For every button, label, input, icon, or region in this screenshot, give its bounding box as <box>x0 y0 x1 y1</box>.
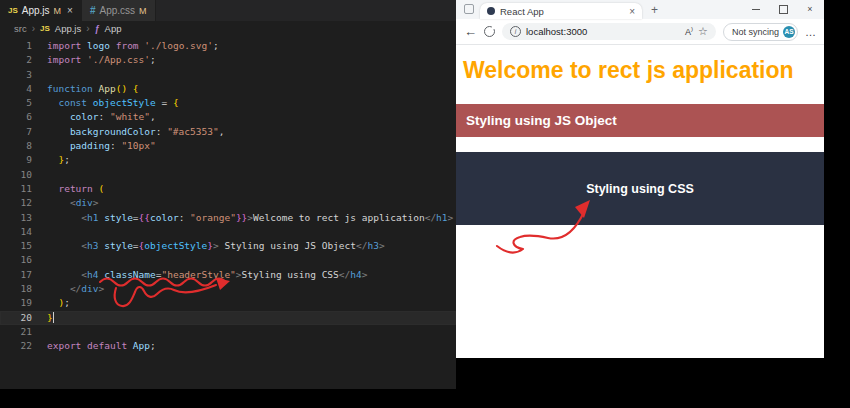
sync-status-button[interactable]: Not syncing AS <box>723 23 798 41</box>
code-editor[interactable]: 1import logo from './logo.svg';2import '… <box>0 36 456 354</box>
window-controls: × <box>750 2 816 16</box>
line-number: 18 <box>0 282 47 296</box>
browser-tab-bar: React App × + × <box>456 0 824 19</box>
code-line[interactable]: 13 <h1 style={{color: "orange"}}>Welcome… <box>0 211 456 225</box>
text-cursor <box>53 312 54 323</box>
favorites-star-icon[interactable]: ☆ <box>698 26 708 37</box>
page-h3: Styling using JS Object <box>456 104 824 137</box>
tab-label: App.css <box>100 5 136 16</box>
code-line[interactable]: 11 return ( <box>0 182 456 196</box>
browser-window: React App × + × ← i localhost:3000 A) ☆ … <box>456 0 824 358</box>
browser-tab-title: React App <box>500 6 624 17</box>
tab-app-js[interactable]: JS App.js M × <box>0 0 82 21</box>
css-file-icon: # <box>90 5 96 16</box>
settings-menu-icon[interactable]: … <box>805 26 816 38</box>
react-favicon <box>487 7 495 15</box>
line-number: 4 <box>0 82 47 96</box>
url-text[interactable]: localhost:3000 <box>526 26 680 37</box>
code-line[interactable]: 15 <h3 style={objectStyle}> Styling usin… <box>0 239 456 253</box>
line-number: 10 <box>0 168 47 182</box>
line-number: 19 <box>0 296 47 310</box>
new-tab-button[interactable]: + <box>651 3 658 17</box>
code-line[interactable]: 9 }; <box>0 153 456 167</box>
line-number: 20 <box>0 311 47 325</box>
code-line[interactable]: 21 <box>0 325 456 339</box>
address-bar[interactable]: i localhost:3000 A) ☆ <box>502 23 716 40</box>
code-line[interactable]: 4function App() { <box>0 82 456 96</box>
profile-avatar[interactable]: AS <box>783 26 795 38</box>
code-line[interactable]: 22export default App; <box>0 339 456 353</box>
line-number: 9 <box>0 153 47 167</box>
tab-app-css[interactable]: # App.css M <box>82 0 156 21</box>
minimize-button[interactable] <box>750 3 762 16</box>
line-number: 5 <box>0 96 47 110</box>
code-line[interactable]: 16 <box>0 253 456 267</box>
page-h4-block: Styling using CSS <box>456 152 824 225</box>
close-tab-icon[interactable]: × <box>67 5 73 16</box>
breadcrumb-file[interactable]: App.js <box>55 23 81 34</box>
code-line[interactable]: 20} <box>0 311 456 325</box>
line-number: 13 <box>0 211 47 225</box>
line-number: 15 <box>0 239 47 253</box>
line-number: 12 <box>0 196 47 210</box>
read-aloud-sup: ) <box>691 26 693 32</box>
line-number: 21 <box>0 325 47 339</box>
tab-actions-icon[interactable] <box>464 4 474 14</box>
code-line[interactable]: 17 <h4 className="headerStyle">Styling u… <box>0 268 456 282</box>
close-tab-icon[interactable]: × <box>629 6 635 17</box>
code-line[interactable]: 7 backgroundColor: "#ac5353", <box>0 125 456 139</box>
javascript-file-icon: JS <box>40 24 50 33</box>
code-line[interactable]: 19 ); <box>0 296 456 310</box>
line-number: 16 <box>0 253 47 267</box>
browser-tab[interactable]: React App × <box>480 3 642 19</box>
line-number: 11 <box>0 182 47 196</box>
code-line[interactable]: 5 const objectStyle = { <box>0 96 456 110</box>
line-number: 6 <box>0 110 47 124</box>
code-line[interactable]: 6 color: "white", <box>0 110 456 124</box>
line-number: 22 <box>0 339 47 353</box>
web-page: Welcome to rect js application Styling u… <box>456 45 824 358</box>
vscode-window: JS App.js M × # App.css M src › JS App.j… <box>0 0 456 389</box>
line-number: 1 <box>0 39 47 53</box>
line-number: 7 <box>0 125 47 139</box>
code-line[interactable]: 18 </div> <box>0 282 456 296</box>
code-line[interactable]: 14 <box>0 225 456 239</box>
code-line[interactable]: 12 <div> <box>0 196 456 210</box>
tab-label: App.js <box>22 5 50 16</box>
line-number: 3 <box>0 68 47 82</box>
code-line[interactable]: 1import logo from './logo.svg'; <box>0 39 456 53</box>
line-number: 8 <box>0 139 47 153</box>
code-line[interactable]: 10 <box>0 168 456 182</box>
chevron-right-icon: › <box>86 23 89 34</box>
maximize-button[interactable] <box>777 3 789 16</box>
site-info-icon[interactable]: i <box>510 26 521 37</box>
line-number: 17 <box>0 268 47 282</box>
git-modified-badge: M <box>54 6 62 16</box>
refresh-icon[interactable] <box>484 26 495 37</box>
javascript-file-icon: JS <box>8 6 18 15</box>
breadcrumb-symbol[interactable]: App <box>105 23 122 34</box>
sync-status-label: Not syncing <box>732 27 779 37</box>
line-number: 14 <box>0 225 47 239</box>
function-symbol-icon: ƒ <box>95 24 100 34</box>
editor-tab-bar: JS App.js M × # App.css M <box>0 0 456 21</box>
back-icon[interactable]: ← <box>464 25 477 38</box>
close-window-button[interactable]: × <box>804 3 816 16</box>
code-line[interactable]: 3 <box>0 68 456 82</box>
line-number: 2 <box>0 53 47 67</box>
page-h4: Styling using CSS <box>586 182 694 196</box>
page-h1: Welcome to rect js application <box>463 57 818 84</box>
breadcrumb-src[interactable]: src <box>14 23 27 34</box>
chevron-right-icon: › <box>32 23 35 34</box>
git-modified-badge: M <box>139 6 147 16</box>
read-aloud-icon[interactable]: A) <box>685 26 693 37</box>
browser-toolbar: ← i localhost:3000 A) ☆ Not syncing AS … <box>456 19 824 45</box>
code-line[interactable]: 8 padding: "10px" <box>0 139 456 153</box>
breadcrumb[interactable]: src › JS App.js › ƒ App <box>0 21 456 36</box>
code-line[interactable]: 2import './App.css'; <box>0 53 456 67</box>
